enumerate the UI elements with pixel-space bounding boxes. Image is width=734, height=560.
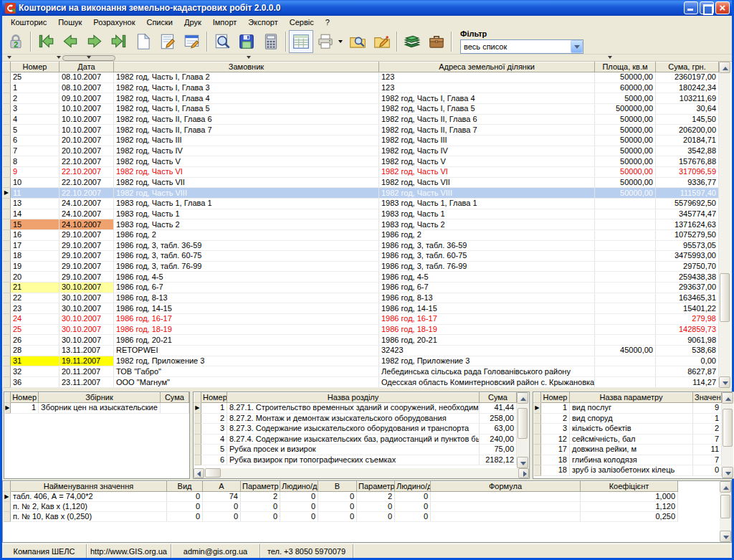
print-button[interactable] [313, 30, 338, 53]
table-row[interactable]: 38.27.3. Содержание изыскательского обор… [194, 424, 517, 435]
view-estimate-button[interactable] [180, 30, 204, 53]
calculator-button[interactable] [259, 30, 283, 53]
menu-item[interactable]: Списки [140, 17, 178, 27]
table-row[interactable]: 410.10.20071982 год, Часть II, Глава 619… [3, 114, 719, 125]
close-button[interactable] [715, 1, 730, 14]
scroll-down-icon[interactable] [722, 467, 733, 478]
scroll-thumb[interactable] [720, 273, 730, 322]
table-row[interactable]: 18глибина колодязя7 [534, 455, 722, 465]
table-row[interactable]: 2130.10.20071986 год, 6-71986 год, 6-729… [3, 283, 719, 293]
column-header[interactable]: Замовник [114, 62, 379, 72]
parameters-vertical-scrollbar[interactable] [722, 392, 733, 478]
filter-combobox[interactable]: весь список [460, 39, 583, 54]
table-row[interactable]: 922.10.20071982 год, Часть VI1982 год, Ч… [3, 166, 719, 177]
table-row[interactable]: 48.27.4. Содержание изыскательских баз, … [194, 434, 517, 445]
column-header[interactable]: Коефіцієнт [581, 482, 678, 492]
menu-item[interactable]: Розрахунок [87, 17, 140, 27]
table-row[interactable]: 28.27.2. Монтаж и демонтаж изыскательско… [194, 413, 517, 424]
table-row[interactable]: 1022.10.20071982 год, Часть VII1982 год,… [3, 177, 719, 188]
table-row[interactable]: ▶1122.10.20071982 год, Часть VIII1982 го… [3, 188, 719, 199]
table-row[interactable]: 12сейсмічність, бал7 [534, 434, 722, 445]
table-row[interactable]: 720.10.20071982 год, Часть IV1982 год, Ч… [3, 146, 719, 156]
scroll-down-icon[interactable] [517, 457, 528, 468]
table-row[interactable]: 2230.10.20071986 год, 8-131986 год, 8-13… [3, 293, 719, 303]
scroll-up-icon[interactable] [722, 392, 733, 404]
column-filter-arrow-icon[interactable] [7, 56, 11, 59]
table-row[interactable]: 3220.11.2007ТОВ "Габро"Лебединська сільс… [3, 366, 719, 377]
column-header[interactable]: Дата [59, 62, 114, 72]
column-header[interactable]: Площа, кв.м [595, 62, 656, 72]
minimize-button[interactable] [684, 1, 698, 14]
next-record-button[interactable] [82, 30, 107, 53]
table-row[interactable]: 209.10.20071982 год, Часть I, Глава 4198… [3, 93, 719, 104]
table-row[interactable]: 1424.10.20071983 год, Часть 11983 год, Ч… [3, 209, 719, 219]
table-row[interactable]: п. № 2, Кав х (1,120)00000001,120 [4, 502, 678, 512]
scroll-down-icon[interactable] [719, 376, 730, 388]
column-header[interactable]: Збірник [39, 393, 161, 403]
table-row[interactable]: 2вид споруд1 [534, 413, 722, 424]
table-row[interactable]: 310.10.20071982 год, Часть I, Глава 5198… [3, 103, 719, 114]
column-header[interactable]: Номер [11, 393, 39, 403]
column-header[interactable]: Сума, грн. [656, 62, 719, 72]
table-row[interactable]: 5Рубка просек и визирок75,00 [194, 445, 517, 455]
column-header[interactable]: Параметр [357, 482, 395, 492]
column-header[interactable]: Номер [541, 393, 570, 403]
prior-record-button[interactable] [58, 30, 82, 53]
column-header[interactable]: Параметр [241, 482, 280, 492]
table-row[interactable]: 2430.10.20071986 год, 16-171986 год, 16-… [3, 314, 719, 325]
column-header[interactable]: Найменування значення [11, 482, 167, 492]
column-header[interactable]: Назва розділу [227, 393, 480, 403]
table-row[interactable]: 3623.11.2007ООО "Магнум"Одесская область… [3, 377, 719, 388]
table-row[interactable]: 1629.10.20071986 год, 21986 год, 2107527… [3, 229, 719, 240]
table-view-button[interactable] [289, 30, 313, 53]
table-row[interactable]: 1929.10.20071986 год, 3, табл. 76-991986… [3, 261, 719, 272]
scroll-thumb[interactable] [723, 409, 733, 447]
menu-item[interactable]: Сервіс [284, 17, 320, 27]
reference-books-button[interactable] [400, 30, 424, 53]
table-row[interactable]: 620.10.20071982 год, Часть III1982 год, … [3, 135, 719, 146]
table-row[interactable]: 1729.10.20071986 год, 3, табл. 36-591986… [3, 240, 719, 251]
menu-item[interactable]: Кошторис [5, 17, 52, 27]
column-header[interactable]: Значення [693, 393, 722, 403]
values-vertical-scrollbar[interactable] [720, 481, 731, 542]
table-row[interactable]: 3кількість обектів2 [534, 424, 722, 435]
print-dropdown-icon[interactable] [338, 40, 343, 43]
menu-item[interactable]: ? [320, 17, 335, 27]
lock-refresh-button[interactable]: 2 [4, 30, 28, 53]
sections-horizontal-scrollbar[interactable] [194, 468, 529, 478]
column-header[interactable]: Назва параметру [570, 393, 693, 403]
scroll-right-icon[interactable] [518, 468, 529, 478]
table-row[interactable]: 2508.10.20071982 год, Часть I, Глава 212… [3, 72, 719, 83]
column-header[interactable]: Адреса земельної ділянки [379, 62, 595, 72]
table-row[interactable]: 17довжина рейки, м11 [534, 445, 722, 455]
edit-estimate-button[interactable] [156, 30, 180, 53]
table-row[interactable]: ▶табл. 406, А = 74,00*2074200201,000 [4, 492, 678, 502]
table-row[interactable]: 510.10.20071982 год, Часть II, Глава 719… [3, 125, 719, 136]
column-filter-arrow-icon[interactable] [87, 56, 91, 59]
column-header[interactable]: Людино/дні [280, 482, 318, 492]
scroll-thumb[interactable] [205, 468, 221, 478]
table-row[interactable]: 6Рубка визирок при топографических съемк… [194, 455, 517, 465]
column-filter-arrow-icon[interactable] [608, 56, 612, 59]
column-filter-arrow-icon[interactable] [57, 56, 61, 59]
table-row[interactable]: 3119.11.20071982 год, Приложение 31982 г… [3, 356, 719, 366]
maximize-button[interactable] [700, 1, 714, 14]
table-row[interactable]: 822.10.20071982 год, Часть V1982 год, Ча… [3, 156, 719, 167]
scroll-up-icon[interactable] [720, 481, 731, 493]
table-row[interactable]: 1324.10.20071983 год, Часть 1, Глава 119… [3, 198, 719, 209]
menu-item[interactable]: Друк [178, 17, 207, 27]
table-row[interactable]: 2630.10.20071986 год, 20-211986 год, 20-… [3, 335, 719, 346]
new-estimate-button[interactable] [131, 30, 156, 53]
table-row[interactable]: 2330.10.20071986 год, 14-151986 год, 14-… [3, 303, 719, 314]
scroll-down-icon[interactable] [720, 531, 731, 542]
save-button[interactable] [234, 30, 259, 53]
column-header[interactable]: В [318, 482, 357, 492]
scroll-left-icon[interactable] [194, 468, 204, 478]
table-row[interactable]: ▶18.27.1. Строительство временных зданий… [194, 403, 517, 414]
first-record-button[interactable] [34, 30, 58, 53]
last-record-button[interactable] [107, 30, 131, 53]
column-header[interactable]: Людино/дні [395, 482, 431, 492]
scroll-up-icon[interactable] [517, 392, 528, 404]
menu-item[interactable]: Экспорт [242, 17, 283, 27]
column-header[interactable]: Номер [201, 393, 227, 403]
